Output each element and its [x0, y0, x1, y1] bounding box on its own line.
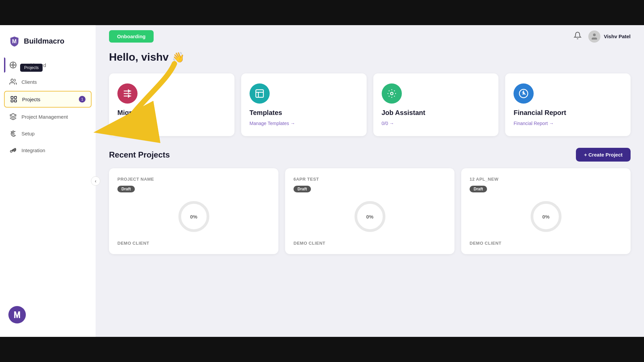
- migration-title: Migration: [117, 109, 226, 117]
- sidebar-item-label-clients: Clients: [21, 79, 37, 85]
- user-name: Vishv Patel: [604, 34, 631, 39]
- section-header: Recent Projects + Create Project: [109, 148, 631, 162]
- status-badge-1: Draft: [293, 186, 311, 192]
- client-name-1: DEMO CLIENT: [293, 241, 446, 246]
- dashboard-icon: [9, 61, 17, 69]
- sidebar: M Buildmacro Dashboard: [0, 25, 96, 337]
- project-card-1[interactable]: 6APR TEST Draft 0% DEMO CLIENT: [285, 168, 454, 254]
- app-name: Buildmacro: [24, 37, 64, 46]
- projects-tooltip: Projects: [20, 64, 43, 72]
- main-content: Hello, vishv 👋 Migration Migration →: [96, 48, 644, 337]
- progress-circle-container-0: 0%: [117, 200, 270, 233]
- svg-rect-8: [11, 97, 13, 99]
- financial-svg: $: [519, 88, 529, 99]
- job-assistant-icon: [382, 83, 402, 104]
- svg-point-17: [390, 92, 393, 95]
- svg-rect-10: [11, 100, 13, 102]
- progress-circle-container-1: 0%: [293, 200, 446, 233]
- migration-icon: [117, 83, 138, 104]
- templates-icon: [250, 83, 270, 104]
- avatar: [588, 31, 600, 43]
- financial-icon: $: [514, 83, 534, 104]
- greeting-text: Hello, vishv: [109, 51, 169, 63]
- logo-icon: M: [8, 35, 20, 47]
- templates-card[interactable]: Templates Manage Templates →: [241, 73, 367, 136]
- sidebar-item-project-management[interactable]: Project Management: [4, 109, 92, 124]
- notification-button[interactable]: [574, 32, 582, 42]
- sidebar-item-integration[interactable]: Integration: [4, 142, 92, 158]
- project-name-1: 6APR TEST: [293, 177, 446, 182]
- project-name-0: PROJECT NAME: [117, 177, 270, 182]
- user-info[interactable]: Vishv Patel: [588, 31, 631, 43]
- migration-card[interactable]: Migration Migration →: [109, 73, 234, 136]
- svg-rect-9: [14, 97, 16, 99]
- projects-badge: 1: [79, 96, 86, 103]
- logo-area[interactable]: M Buildmacro: [0, 32, 96, 57]
- svg-point-7: [11, 79, 13, 81]
- financial-link[interactable]: Financial Report →: [514, 121, 622, 126]
- clients-icon: [9, 78, 17, 85]
- sidebar-item-projects[interactable]: Projects 1: [4, 91, 92, 108]
- financial-title: Financial Report: [514, 109, 622, 117]
- sidebar-bottom: [0, 299, 96, 330]
- job-assistant-link[interactable]: 0/0 →: [382, 121, 490, 126]
- progress-percent-2: 0%: [542, 214, 550, 220]
- job-assistant-svg: [387, 88, 397, 99]
- project-card-2[interactable]: 12 APL_NEW Draft 0% DEMO CLIEN: [461, 168, 631, 254]
- bell-icon: [574, 32, 582, 40]
- svg-point-13: [593, 34, 596, 36]
- templates-svg: [255, 88, 265, 99]
- project-mgmt-icon: [9, 113, 17, 120]
- status-badge-2: Draft: [470, 186, 487, 192]
- project-name-2: 12 APL_NEW: [470, 177, 622, 182]
- sidebar-item-label-integration: Integration: [21, 147, 45, 153]
- sidebar-item-dashboard[interactable]: Dashboard: [4, 57, 92, 73]
- top-bar: [0, 0, 644, 25]
- svg-rect-14: [256, 90, 264, 98]
- sidebar-item-clients[interactable]: Clients: [4, 74, 92, 89]
- create-project-button[interactable]: + Create Project: [576, 148, 631, 162]
- sidebar-avatar-button[interactable]: [8, 306, 26, 323]
- projects-grid: PROJECT NAME Draft 0% DEMO CLI: [109, 168, 631, 254]
- svg-text:$: $: [522, 91, 524, 96]
- bottom-bar: [0, 337, 644, 362]
- progress-circle-1: 0%: [353, 200, 387, 233]
- svg-point-2: [12, 64, 14, 66]
- header-right: Vishv Patel: [574, 31, 631, 43]
- sidebar-collapse-button[interactable]: ‹: [91, 176, 100, 186]
- progress-circle-2: 0%: [529, 200, 563, 233]
- progress-circle-0: 0%: [177, 200, 211, 233]
- templates-link[interactable]: Manage Templates →: [250, 121, 358, 126]
- sidebar-item-label-project-management: Project Management: [21, 114, 68, 120]
- progress-circle-container-2: 0%: [470, 200, 622, 233]
- job-assistant-title: Job Assistant: [382, 109, 490, 117]
- integration-icon: [9, 146, 17, 154]
- content-area: Onboarding Vishv Patel: [96, 25, 644, 337]
- svg-rect-11: [14, 100, 16, 102]
- sidebar-item-setup[interactable]: Setup: [4, 126, 92, 141]
- setup-icon: [9, 130, 17, 137]
- onboarding-button[interactable]: Onboarding: [109, 30, 154, 43]
- progress-percent-0: 0%: [190, 214, 198, 220]
- svg-text:M: M: [12, 39, 16, 44]
- templates-title: Templates: [250, 109, 358, 117]
- status-badge-0: Draft: [117, 186, 135, 192]
- sidebar-item-label-projects: Projects: [22, 97, 40, 102]
- financial-report-card[interactable]: $ Financial Report Financial Report →: [505, 73, 631, 136]
- greeting-area: Hello, vishv 👋: [109, 51, 631, 63]
- project-card-0[interactable]: PROJECT NAME Draft 0% DEMO CLI: [109, 168, 278, 254]
- client-name-2: DEMO CLIENT: [470, 241, 622, 246]
- feature-cards: Migration Migration → Templates Manage T…: [109, 73, 631, 136]
- recent-projects-title: Recent Projects: [109, 150, 170, 160]
- projects-icon: [10, 96, 17, 103]
- nav-items: Dashboard Clients: [0, 57, 96, 299]
- header: Onboarding Vishv Patel: [96, 25, 644, 48]
- sidebar-item-label-setup: Setup: [21, 131, 35, 136]
- user-avatar-icon: [590, 33, 598, 41]
- client-name-0: DEMO CLIENT: [117, 241, 270, 246]
- migration-link[interactable]: Migration →: [117, 121, 226, 126]
- m-icon: [12, 310, 22, 320]
- migration-svg: [122, 88, 132, 99]
- progress-percent-1: 0%: [366, 214, 374, 220]
- job-assistant-card[interactable]: Job Assistant 0/0 →: [373, 73, 499, 136]
